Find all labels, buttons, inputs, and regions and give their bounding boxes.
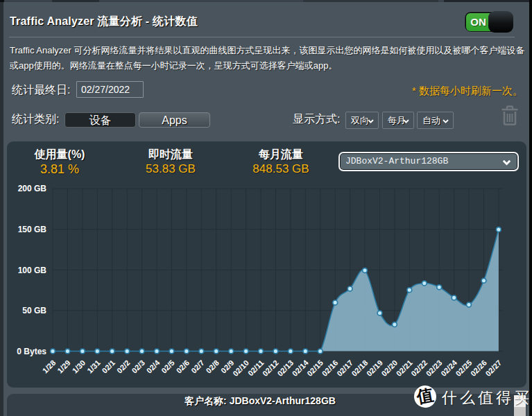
- svg-text:02/2: 02/2: [115, 358, 132, 375]
- svg-text:02/13: 02/13: [275, 358, 295, 378]
- svg-text:1/30: 1/30: [71, 358, 87, 375]
- svg-text:02/22: 02/22: [409, 358, 429, 378]
- svg-text:02/21: 02/21: [395, 358, 414, 378]
- svg-text:02/4: 02/4: [145, 358, 162, 374]
- svg-text:100 GB: 100 GB: [18, 266, 47, 275]
- svg-text:02/12: 02/12: [261, 358, 280, 378]
- svg-text:02/10: 02/10: [231, 358, 250, 378]
- svg-text:02/1: 02/1: [100, 358, 117, 375]
- svg-text:02/11: 02/11: [246, 358, 266, 378]
- svg-text:0 Bytes: 0 Bytes: [17, 347, 46, 356]
- svg-text:150 GB: 150 GB: [18, 225, 47, 234]
- svg-text:1/28: 1/28: [41, 358, 58, 375]
- svg-text:02/19: 02/19: [365, 358, 384, 378]
- svg-text:1/29: 1/29: [55, 358, 72, 375]
- svg-text:02/5: 02/5: [160, 358, 176, 375]
- svg-text:50 GB: 50 GB: [22, 306, 46, 315]
- svg-text:02/18: 02/18: [350, 358, 369, 378]
- svg-text:02/15: 02/15: [305, 358, 325, 378]
- svg-text:02/26: 02/26: [469, 358, 488, 378]
- svg-text:02/20: 02/20: [379, 358, 399, 378]
- svg-text:02/17: 02/17: [335, 358, 354, 378]
- svg-text:1/31: 1/31: [85, 358, 102, 375]
- svg-text:02/6: 02/6: [175, 358, 191, 375]
- svg-text:200 GB: 200 GB: [18, 184, 47, 193]
- svg-text:02/7: 02/7: [189, 358, 206, 375]
- svg-text:02/3: 02/3: [130, 358, 146, 375]
- svg-text:02/25: 02/25: [454, 358, 473, 378]
- svg-text:02/16: 02/16: [320, 358, 340, 378]
- svg-text:02/27: 02/27: [483, 358, 503, 378]
- svg-text:02/23: 02/23: [424, 358, 444, 378]
- svg-text:02/8: 02/8: [204, 358, 221, 375]
